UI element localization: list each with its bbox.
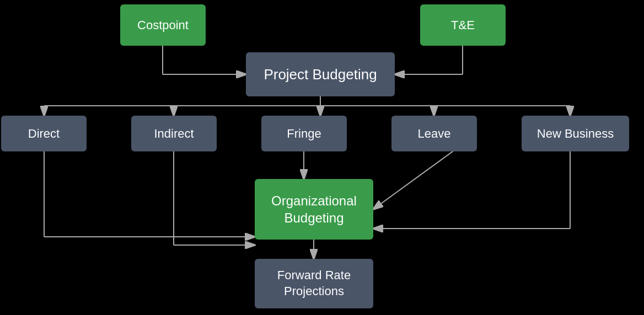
new-business-label: New Business	[537, 127, 614, 141]
indirect-label: Indirect	[154, 127, 194, 141]
fringe-label: Fringe	[287, 127, 321, 141]
project-budgeting-node: Project Budgeting	[246, 52, 395, 96]
direct-node: Direct	[1, 116, 87, 151]
tne-node: T&E	[420, 4, 506, 46]
leave-label: Leave	[418, 127, 451, 141]
new-business-node: New Business	[522, 116, 629, 151]
costpoint-node: Costpoint	[120, 4, 206, 46]
costpoint-label: Costpoint	[137, 18, 189, 32]
org-budgeting-node: OrganizationalBudgeting	[255, 179, 373, 240]
leave-node: Leave	[391, 116, 477, 151]
project-budgeting-label: Project Budgeting	[264, 66, 377, 83]
forward-rate-node: Forward RateProjections	[255, 259, 373, 308]
direct-label: Direct	[28, 127, 60, 141]
diagram-container: Costpoint T&E Project Budgeting Direct I…	[0, 0, 644, 315]
fringe-node: Fringe	[261, 116, 347, 151]
indirect-node: Indirect	[131, 116, 217, 151]
org-budgeting-label: OrganizationalBudgeting	[271, 192, 357, 226]
tne-label: T&E	[451, 18, 475, 32]
forward-rate-label: Forward RateProjections	[277, 268, 351, 299]
